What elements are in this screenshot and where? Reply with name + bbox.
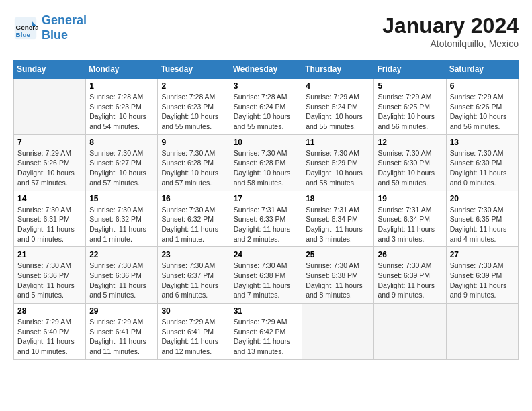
day-info: Sunrise: 7:29 AMSunset: 6:26 PMDaylight:… bbox=[450, 92, 515, 132]
calendar-cell: 16Sunrise: 7:30 AMSunset: 6:32 PMDayligh… bbox=[158, 191, 230, 247]
day-number: 20 bbox=[450, 194, 515, 203]
logo-blue: Blue bbox=[42, 28, 68, 42]
weekday-header-monday: Monday bbox=[86, 60, 158, 79]
logo-name: General Blue bbox=[42, 13, 87, 42]
day-number: 25 bbox=[306, 250, 370, 259]
day-info: Sunrise: 7:29 AMSunset: 6:42 PMDaylight:… bbox=[234, 317, 299, 357]
day-info: Sunrise: 7:30 AMSunset: 6:30 PMDaylight:… bbox=[450, 148, 515, 188]
calendar-body: 1Sunrise: 7:28 AMSunset: 6:23 PMDaylight… bbox=[14, 79, 519, 360]
day-number: 15 bbox=[89, 194, 154, 203]
day-info: Sunrise: 7:29 AMSunset: 6:25 PMDaylight:… bbox=[378, 92, 442, 132]
calendar-cell: 11Sunrise: 7:30 AMSunset: 6:29 PMDayligh… bbox=[302, 134, 374, 191]
day-number: 16 bbox=[161, 194, 226, 203]
week-row-2: 7Sunrise: 7:29 AMSunset: 6:26 PMDaylight… bbox=[14, 134, 519, 191]
day-number: 29 bbox=[89, 306, 154, 316]
day-number: 27 bbox=[450, 250, 515, 259]
week-row-4: 21Sunrise: 7:30 AMSunset: 6:36 PMDayligh… bbox=[14, 247, 519, 304]
day-info: Sunrise: 7:30 AMSunset: 6:30 PMDaylight:… bbox=[378, 148, 442, 188]
day-number: 7 bbox=[17, 138, 82, 147]
day-info: Sunrise: 7:30 AMSunset: 6:29 PMDaylight:… bbox=[306, 148, 370, 188]
day-info: Sunrise: 7:29 AMSunset: 6:41 PMDaylight:… bbox=[89, 317, 154, 357]
day-number: 6 bbox=[450, 81, 515, 91]
weekday-header-saturday: Saturday bbox=[446, 60, 518, 79]
calendar-cell: 28Sunrise: 7:29 AMSunset: 6:40 PMDayligh… bbox=[14, 304, 86, 360]
day-info: Sunrise: 7:29 AMSunset: 6:24 PMDaylight:… bbox=[306, 92, 370, 132]
weekday-header-tuesday: Tuesday bbox=[158, 60, 230, 79]
day-info: Sunrise: 7:30 AMSunset: 6:28 PMDaylight:… bbox=[234, 148, 299, 188]
calendar-cell bbox=[302, 304, 374, 360]
day-info: Sunrise: 7:30 AMSunset: 6:32 PMDaylight:… bbox=[89, 205, 154, 244]
day-number: 9 bbox=[161, 138, 226, 147]
calendar-cell: 19Sunrise: 7:31 AMSunset: 6:34 PMDayligh… bbox=[374, 191, 446, 247]
day-info: Sunrise: 7:31 AMSunset: 6:34 PMDaylight:… bbox=[306, 205, 370, 244]
calendar-cell: 12Sunrise: 7:30 AMSunset: 6:30 PMDayligh… bbox=[374, 134, 446, 191]
day-number: 4 bbox=[306, 81, 370, 91]
calendar-cell: 2Sunrise: 7:28 AMSunset: 6:23 PMDaylight… bbox=[158, 79, 230, 135]
day-number: 28 bbox=[17, 306, 82, 316]
day-info: Sunrise: 7:29 AMSunset: 6:40 PMDaylight:… bbox=[17, 317, 82, 357]
week-row-5: 28Sunrise: 7:29 AMSunset: 6:40 PMDayligh… bbox=[14, 304, 519, 360]
location: Atotonilquillo, Mexico bbox=[382, 38, 519, 49]
calendar-cell bbox=[446, 304, 518, 360]
weekday-row: SundayMondayTuesdayWednesdayThursdayFrid… bbox=[14, 60, 519, 79]
svg-text:Blue: Blue bbox=[16, 30, 31, 38]
day-number: 22 bbox=[89, 250, 154, 259]
day-info: Sunrise: 7:29 AMSunset: 6:41 PMDaylight:… bbox=[161, 317, 226, 357]
day-info: Sunrise: 7:30 AMSunset: 6:32 PMDaylight:… bbox=[161, 205, 226, 244]
calendar-cell: 25Sunrise: 7:30 AMSunset: 6:38 PMDayligh… bbox=[302, 247, 374, 304]
day-number: 30 bbox=[161, 306, 226, 316]
day-info: Sunrise: 7:30 AMSunset: 6:36 PMDaylight:… bbox=[17, 261, 82, 300]
calendar-cell: 29Sunrise: 7:29 AMSunset: 6:41 PMDayligh… bbox=[86, 304, 158, 360]
day-info: Sunrise: 7:30 AMSunset: 6:31 PMDaylight:… bbox=[17, 205, 82, 244]
weekday-header-thursday: Thursday bbox=[302, 60, 374, 79]
logo-icon: General Blue bbox=[13, 16, 38, 40]
weekday-header-wednesday: Wednesday bbox=[230, 60, 302, 79]
day-info: Sunrise: 7:28 AMSunset: 6:23 PMDaylight:… bbox=[161, 92, 226, 132]
calendar-cell: 5Sunrise: 7:29 AMSunset: 6:25 PMDaylight… bbox=[374, 79, 446, 135]
calendar-cell: 3Sunrise: 7:28 AMSunset: 6:24 PMDaylight… bbox=[230, 79, 302, 135]
day-info: Sunrise: 7:30 AMSunset: 6:39 PMDaylight:… bbox=[378, 261, 442, 300]
day-number: 31 bbox=[234, 306, 299, 316]
calendar-cell: 20Sunrise: 7:30 AMSunset: 6:35 PMDayligh… bbox=[446, 191, 518, 247]
week-row-1: 1Sunrise: 7:28 AMSunset: 6:23 PMDaylight… bbox=[14, 79, 519, 135]
day-info: Sunrise: 7:31 AMSunset: 6:34 PMDaylight:… bbox=[378, 205, 442, 244]
logo-general: General bbox=[42, 13, 87, 27]
day-number: 2 bbox=[161, 81, 226, 91]
day-number: 3 bbox=[234, 81, 299, 91]
calendar-cell: 21Sunrise: 7:30 AMSunset: 6:36 PMDayligh… bbox=[14, 247, 86, 304]
title-block: January 2024 Atotonilquillo, Mexico bbox=[382, 13, 519, 49]
calendar-cell: 31Sunrise: 7:29 AMSunset: 6:42 PMDayligh… bbox=[230, 304, 302, 360]
day-number: 13 bbox=[450, 138, 515, 147]
calendar-cell: 15Sunrise: 7:30 AMSunset: 6:32 PMDayligh… bbox=[86, 191, 158, 247]
calendar-cell bbox=[14, 79, 86, 135]
calendar-cell: 6Sunrise: 7:29 AMSunset: 6:26 PMDaylight… bbox=[446, 79, 518, 135]
calendar-cell: 1Sunrise: 7:28 AMSunset: 6:23 PMDaylight… bbox=[86, 79, 158, 135]
weekday-header-sunday: Sunday bbox=[14, 60, 86, 79]
day-number: 26 bbox=[378, 250, 442, 259]
day-number: 12 bbox=[378, 138, 442, 147]
day-number: 23 bbox=[161, 250, 226, 259]
calendar-cell: 17Sunrise: 7:31 AMSunset: 6:33 PMDayligh… bbox=[230, 191, 302, 247]
day-info: Sunrise: 7:31 AMSunset: 6:33 PMDaylight:… bbox=[234, 205, 299, 244]
day-info: Sunrise: 7:30 AMSunset: 6:35 PMDaylight:… bbox=[450, 205, 515, 244]
day-number: 10 bbox=[234, 138, 299, 147]
day-number: 5 bbox=[378, 81, 442, 91]
day-info: Sunrise: 7:30 AMSunset: 6:38 PMDaylight:… bbox=[234, 261, 299, 300]
month-title: January 2024 bbox=[382, 13, 519, 38]
calendar-header: SundayMondayTuesdayWednesdayThursdayFrid… bbox=[14, 60, 519, 79]
day-info: Sunrise: 7:30 AMSunset: 6:37 PMDaylight:… bbox=[161, 261, 226, 300]
calendar-cell: 9Sunrise: 7:30 AMSunset: 6:28 PMDaylight… bbox=[158, 134, 230, 191]
day-info: Sunrise: 7:28 AMSunset: 6:24 PMDaylight:… bbox=[234, 92, 299, 132]
day-number: 24 bbox=[234, 250, 299, 259]
calendar-cell: 14Sunrise: 7:30 AMSunset: 6:31 PMDayligh… bbox=[14, 191, 86, 247]
calendar-cell bbox=[374, 304, 446, 360]
day-number: 18 bbox=[306, 194, 370, 203]
day-number: 17 bbox=[234, 194, 299, 203]
calendar-cell: 26Sunrise: 7:30 AMSunset: 6:39 PMDayligh… bbox=[374, 247, 446, 304]
calendar-cell: 27Sunrise: 7:30 AMSunset: 6:39 PMDayligh… bbox=[446, 247, 518, 304]
day-info: Sunrise: 7:30 AMSunset: 6:39 PMDaylight:… bbox=[450, 261, 515, 300]
calendar-cell: 8Sunrise: 7:30 AMSunset: 6:27 PMDaylight… bbox=[86, 134, 158, 191]
day-info: Sunrise: 7:29 AMSunset: 6:26 PMDaylight:… bbox=[17, 148, 82, 188]
day-number: 14 bbox=[17, 194, 82, 203]
day-number: 1 bbox=[89, 81, 154, 91]
